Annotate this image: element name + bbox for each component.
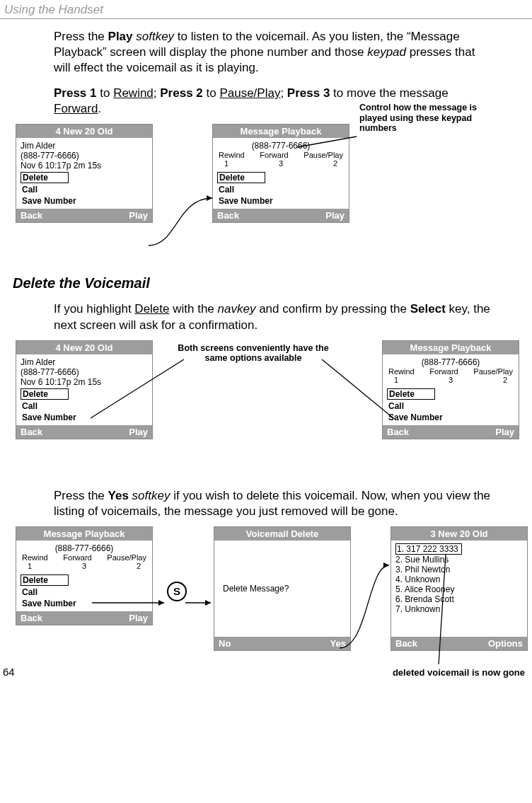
key: 3 (279, 159, 283, 168)
phone-playback: Message Playback (888-777-6666) Rewind F… (212, 124, 349, 223)
t-play: Play (108, 30, 133, 43)
softkey-back[interactable]: Back (217, 210, 239, 221)
softkey-play[interactable]: Play (129, 210, 148, 221)
key: 1 (394, 376, 398, 384)
t: Pause/Play (219, 86, 280, 100)
opt-call[interactable]: Call (21, 401, 148, 411)
meta: Nov 6 10:17p 2m 15s (21, 161, 148, 171)
softkey-back[interactable]: Back (21, 210, 42, 221)
softkey-play[interactable]: Play (129, 613, 148, 623)
t: Select (410, 302, 446, 316)
ctrl-forward: Forward (63, 553, 91, 562)
annotation-same-options: Both screens conveniently have the same … (175, 343, 331, 364)
softkey-back[interactable]: Back (21, 427, 42, 437)
list-item[interactable]: 2. Sue Mullins (395, 555, 523, 565)
caller-name: Jim Alder (21, 357, 148, 367)
svg-marker-3 (383, 562, 389, 568)
t: with the (170, 302, 218, 316)
t: Delete (134, 302, 169, 316)
t: Rewind (113, 86, 154, 100)
page-number: 64 (3, 666, 15, 678)
opt-save-number[interactable]: Save Number (217, 196, 345, 206)
opt-delete[interactable]: Delete (21, 172, 69, 183)
opt-save-number[interactable]: Save Number (387, 412, 514, 422)
t: and confirm by pressing the (255, 302, 410, 316)
page-header: Using the Handset (0, 0, 532, 19)
opt-call[interactable]: Call (21, 185, 148, 195)
ctrl-forward: Forward (429, 367, 458, 376)
list-item[interactable]: 5. Alice Rooney (395, 584, 523, 594)
key: 3 (82, 562, 86, 570)
t: to move the message (330, 86, 448, 100)
softkey-no[interactable]: No (219, 638, 231, 649)
title: Voicemail Delete (214, 527, 350, 541)
opt-delete[interactable]: Delete (21, 574, 69, 586)
softkey-play[interactable]: Play (129, 427, 148, 437)
opt-delete[interactable]: Delete (387, 388, 435, 400)
opt-save-number[interactable]: Save Number (21, 412, 148, 422)
t: Press 2 (160, 86, 203, 100)
list-item[interactable]: 7. Unknown (395, 604, 523, 614)
list-item[interactable]: 1. 317 222 3333 (395, 543, 462, 555)
para-1: Press the Play softkey to listen to the … (54, 29, 492, 76)
softkey-back[interactable]: Back (387, 427, 409, 437)
ctrl-pauseplay: Pause/Play (303, 151, 343, 159)
softkey-back[interactable]: Back (395, 638, 417, 649)
key: 2 (503, 376, 507, 384)
select-key-icon: S (167, 582, 187, 601)
confirm-text: Delete Message? (219, 584, 293, 594)
list-item[interactable]: 6. Brenda Scott (395, 594, 523, 604)
phone-playback-2: Message Playback (888-777-6666) Rewind F… (382, 340, 519, 439)
opt-save-number[interactable]: Save Number (21, 196, 148, 206)
playback-number: (888-777-6666) (217, 141, 345, 151)
ctrl-pauseplay: Pause/Play (107, 553, 146, 562)
t: ; (154, 86, 160, 100)
opt-call[interactable]: Call (217, 185, 345, 195)
softkey-back[interactable]: Back (21, 613, 42, 623)
ctrl-rewind: Rewind (22, 553, 48, 562)
caller-number: (888-777-6666) (21, 367, 148, 377)
t: softkey (132, 489, 170, 502)
para-4: Press the Yes softkey if you wish to del… (54, 488, 492, 519)
ctrl-forward: Forward (260, 151, 288, 159)
opt-save-number[interactable]: Save Number (21, 599, 148, 608)
phone-msg-list: 4 New 20 Old Jim Alder (888-777-6666) No… (16, 124, 153, 223)
para-3: If you highlight Delete with the navkey … (54, 301, 492, 333)
opt-call[interactable]: Call (21, 587, 148, 597)
opt-call[interactable]: Call (387, 401, 514, 411)
t: Forward (54, 102, 98, 115)
annotation-keypad-control: Control how the message is played using … (359, 103, 501, 133)
t: If you highlight (54, 302, 134, 316)
annotation-deleted-gone: deleted voicemail is now gone (393, 667, 525, 678)
playback-number: (888-777-6666) (387, 357, 514, 367)
opt-delete[interactable]: Delete (21, 388, 69, 400)
list-item[interactable]: 3. Phil Newton (395, 565, 523, 574)
heading-delete-voicemail: Delete the Voicemail (13, 275, 532, 291)
phone-playback-3: Message Playback (888-777-6666) Rewind F… (16, 526, 153, 625)
title: Message Playback (16, 527, 152, 541)
t: to (97, 86, 114, 100)
softkey-play[interactable]: Play (325, 210, 345, 221)
phone-msg-list-2: 4 New 20 Old Jim Alder (888-777-6666) No… (16, 340, 153, 439)
svg-marker-0 (207, 195, 212, 201)
softkey-options[interactable]: Options (488, 638, 523, 649)
title: Message Playback (383, 341, 519, 354)
t: Press the (54, 30, 108, 43)
ctrl-rewind: Rewind (219, 151, 245, 159)
key: 3 (449, 376, 453, 384)
phone-delete-confirm: Voicemail Delete Delete Message? No Yes (214, 526, 351, 651)
t: navkey (218, 302, 256, 316)
key: 2 (137, 562, 141, 570)
ctrl-rewind: Rewind (388, 367, 415, 376)
softkey-play[interactable]: Play (495, 427, 514, 437)
key: 1 (28, 562, 32, 570)
softkey-yes[interactable]: Yes (330, 638, 346, 649)
list-item[interactable]: 4. Unknown (395, 574, 523, 584)
t: ; (280, 86, 287, 100)
key: 1 (224, 159, 229, 168)
phone-voicemail-list: 3 New 20 Old 1. 317 222 3333 2. Sue Mull… (391, 526, 528, 651)
playback-number: (888-777-6666) (21, 543, 148, 553)
caller-number: (888-777-6666) (21, 151, 148, 161)
opt-delete[interactable]: Delete (217, 172, 265, 183)
title: 4 New 20 Old (16, 125, 152, 138)
